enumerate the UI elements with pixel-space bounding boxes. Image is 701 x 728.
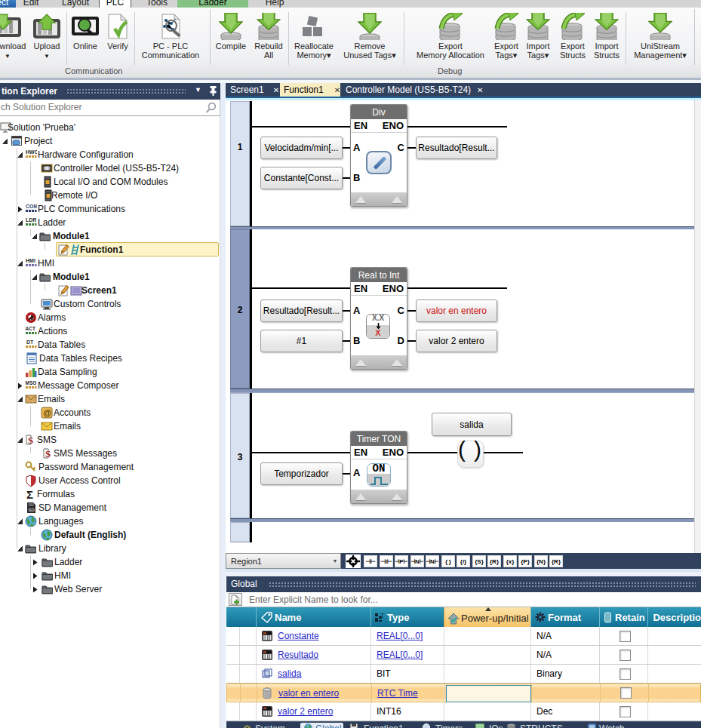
svg-text:T: T xyxy=(380,612,385,619)
